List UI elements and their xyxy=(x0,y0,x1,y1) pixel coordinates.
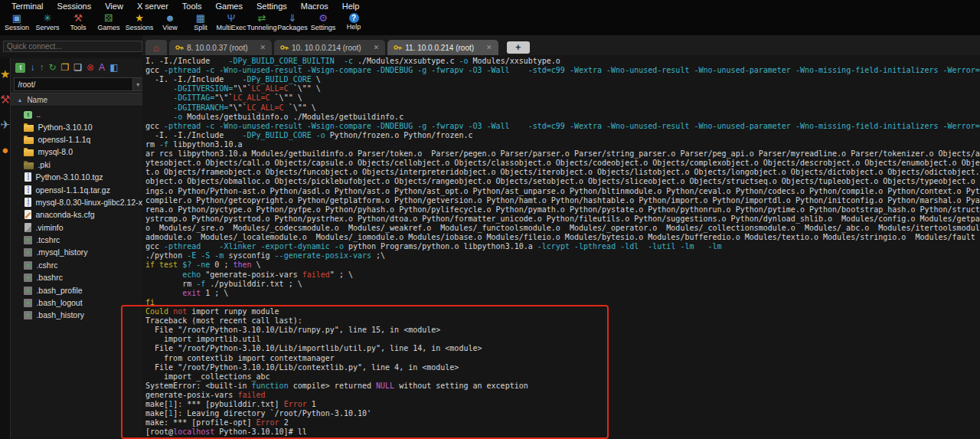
help-icon: ? xyxy=(349,13,359,23)
terminal-line: ystrcmp.o Python/pystrtod.o Python/pystr… xyxy=(145,215,980,224)
split-view-icon[interactable]: ◧ xyxy=(109,62,118,73)
file-row-python-3-10-10-tgz[interactable]: Python-3.10.10.tgz xyxy=(11,171,146,183)
toolbar-button-label: MultiExec xyxy=(216,24,246,32)
file-name: mysql-8.0 xyxy=(38,147,73,156)
file-row--[interactable]: t.. xyxy=(11,108,146,120)
terminal-tab-8-10-0-0-37-root-[interactable]: 8. 10.0.0.37 (root)✕ xyxy=(169,40,272,55)
file-row--pki[interactable]: .pki xyxy=(11,159,146,171)
menu-item-settings[interactable]: Settings xyxy=(250,2,294,11)
sftp-browser-panel: t↓↑↻❐❏⊗A◧ /root/ ▾ ▲ Name t..Python-3.10… xyxy=(10,58,146,439)
terminal-output[interactable]: I. -I./Include -DPy_BUILD_CORE_BUILTIN -… xyxy=(142,55,980,439)
home-tab-button[interactable]: ⌂ xyxy=(145,40,167,55)
close-icon[interactable]: ✕ xyxy=(486,44,492,51)
file-row--mysql-history[interactable]: ».mysql_history xyxy=(11,246,146,258)
sessions-icon: ★ xyxy=(135,12,144,24)
toolbar-button-tunneling[interactable]: ⇄Tunneling xyxy=(247,12,277,35)
terminal-tab-10-10-0-0-214-root-[interactable]: 10. 10.0.0.214 (root)✕ xyxy=(274,40,385,55)
terminal-line: if test $? -ne 0 ; then \ xyxy=(145,260,980,270)
refresh-icon[interactable]: ↻ xyxy=(48,62,56,73)
menu-item-terminal[interactable]: Terminal xyxy=(5,2,51,11)
sidebar: ★⚒✈● t↓↑↻❐❏⊗A◧ /root/ ▾ ▲ Name t..Python… xyxy=(0,35,142,439)
terminal-line: ar rcs libpython3.10.a Modules/getbuildi… xyxy=(145,149,980,159)
terminal-line: File "/root/Python-3.10.10/Lib/runpy.py"… xyxy=(145,326,980,335)
sftp-panel-icon[interactable]: ✈ xyxy=(0,118,10,143)
archive-icon xyxy=(24,172,31,182)
close-icon[interactable]: ✕ xyxy=(260,44,266,51)
file-row--bash-logout[interactable]: ».bash_logout xyxy=(11,296,146,309)
terminal-line: t.o Objects/frameobject.o Objects/funcob… xyxy=(145,168,980,177)
file-name: .bashrc xyxy=(36,273,62,282)
toolbar-button-settings[interactable]: ⚙Settings xyxy=(308,12,338,35)
menu-item-help[interactable]: Help xyxy=(335,2,367,11)
file-name: .. xyxy=(36,110,41,119)
toolbar-button-help[interactable]: ?Help xyxy=(338,12,369,35)
toolbar-button-servers[interactable]: ✳Servers xyxy=(32,12,63,35)
menu-item-x-server[interactable]: X server xyxy=(130,2,175,11)
terminal-line: gcc -pthread -c -Wno-unused-result -Wsig… xyxy=(145,122,980,131)
rename-icon[interactable]: A xyxy=(99,62,105,73)
menu-item-tools[interactable]: Tools xyxy=(175,2,209,11)
main-toolbar: ▣Session✳Servers⚒Tools⚄Games★Sessions☻Vi… xyxy=(0,12,980,35)
new-tab-button[interactable]: + xyxy=(507,41,530,54)
file-row--bash-profile[interactable]: ».bash_profile xyxy=(11,283,146,296)
current-path: /root/ xyxy=(15,80,132,89)
packages-icon: ⇓ xyxy=(289,12,297,24)
delete-icon[interactable]: ⊗ xyxy=(87,62,94,73)
file-row--tcshrc[interactable]: ».tcshrc xyxy=(11,234,146,246)
script-icon: » xyxy=(24,261,32,270)
script-icon: » xyxy=(24,236,32,244)
terminal-line: rena.o Python/pyctype.o Python/pyfpe.o P… xyxy=(145,205,980,215)
toolbar-button-games[interactable]: ⚄Games xyxy=(93,12,124,35)
new-file-icon[interactable]: ❏ xyxy=(74,62,82,73)
upload-icon[interactable]: ↑ xyxy=(39,62,44,73)
tab-label: 8. 10.0.0.37 (root) xyxy=(187,44,248,52)
toolbar-button-view[interactable]: ☻View xyxy=(155,12,185,35)
quick-connect-input[interactable] xyxy=(3,41,142,52)
menu-item-view[interactable]: View xyxy=(98,2,130,11)
close-icon[interactable]: ✕ xyxy=(374,44,380,51)
file-name: .bash_history xyxy=(36,310,83,319)
toolbar-button-label: Tools xyxy=(70,24,86,32)
toolbar-button-session[interactable]: ▣Session xyxy=(2,12,32,35)
sessions-panel-icon[interactable]: ★ xyxy=(0,67,10,93)
up-folder-icon[interactable]: t xyxy=(15,63,25,73)
toolbar-button-sessions[interactable]: ★Sessions xyxy=(124,12,155,35)
menu-item-games[interactable]: Games xyxy=(209,2,250,11)
path-selector[interactable]: /root/ ▾ xyxy=(14,77,143,91)
file-row-python-3-10-10[interactable]: Python-3.10.10 xyxy=(11,120,146,133)
up-icon: t xyxy=(24,111,32,119)
terminal-line: -DGITBRANCH="\"`LC_ALL=C `\"" \ xyxy=(145,103,980,113)
file-row--bashrc[interactable]: ».bashrc xyxy=(11,271,146,283)
toolbar-button-split[interactable]: ▦Split xyxy=(185,12,216,35)
terminal-line: o Modules/_sre.o Modules/_codecsmodule.o… xyxy=(145,224,980,233)
terminal-line: from contextlib import contextmanager xyxy=(145,354,980,363)
menu-item-sessions[interactable]: Sessions xyxy=(51,2,99,11)
file-row-mysql-8-0-30-linux-glibc2-12-x8[interactable]: mysql-8.0.30-linux-glibc2.12-x8 xyxy=(11,196,146,208)
file-row--bash-history[interactable]: ».bash_history xyxy=(11,309,146,321)
terminal-line: rm -f libpython3.10.a xyxy=(145,140,980,149)
chevron-down-icon[interactable]: ▾ xyxy=(132,78,143,90)
file-row--cshrc[interactable]: ».cshrc xyxy=(11,259,146,271)
macros-panel-icon[interactable]: ● xyxy=(2,143,8,169)
file-name: mysql-8.0.30-linux-glibc2.12-x8 xyxy=(35,198,146,207)
name-column-header[interactable]: ▲ Name xyxy=(11,93,146,106)
file-name: anaconda-ks.cfg xyxy=(35,210,94,219)
toolbar-button-multiexec[interactable]: ΨMultiExec xyxy=(216,12,247,35)
menu-bar: TerminalSessionsViewX serverToolsGamesSe… xyxy=(0,0,980,12)
toolbar-button-packages[interactable]: ⇓Packages xyxy=(277,12,308,35)
file-row-openssl-1-1-1q-tar-gz[interactable]: openssl-1.1.1q.tar.gz xyxy=(11,183,146,195)
open-folder-icon[interactable]: ❐ xyxy=(61,62,70,73)
menu-item-macros[interactable]: Macros xyxy=(294,2,335,11)
download-icon[interactable]: ↓ xyxy=(30,62,34,73)
tab-label: 11. 10.0.0.214 (root) xyxy=(405,44,474,52)
tools-panel-icon[interactable]: ⚒ xyxy=(0,93,10,118)
file-row--viminfo[interactable]: .viminfo xyxy=(11,221,146,234)
terminal-line: File "/root/Python-3.10.10/Lib/importlib… xyxy=(145,344,980,353)
file-name: .bash_profile xyxy=(36,286,82,295)
toolbar-button-tools[interactable]: ⚒Tools xyxy=(63,12,93,35)
terminal-tab-11-10-0-0-214-root-[interactable]: 11. 10.0.0.214 (root)✕ xyxy=(387,40,498,55)
terminal-line: import _collections_abc xyxy=(145,372,980,382)
file-row-mysql-8-0[interactable]: mysql-8.0 xyxy=(11,146,146,158)
file-row-openssl-1-1-1q[interactable]: openssl-1.1.1q xyxy=(11,133,146,146)
file-row-anaconda-ks-cfg[interactable]: anaconda-ks.cfg xyxy=(11,208,146,221)
